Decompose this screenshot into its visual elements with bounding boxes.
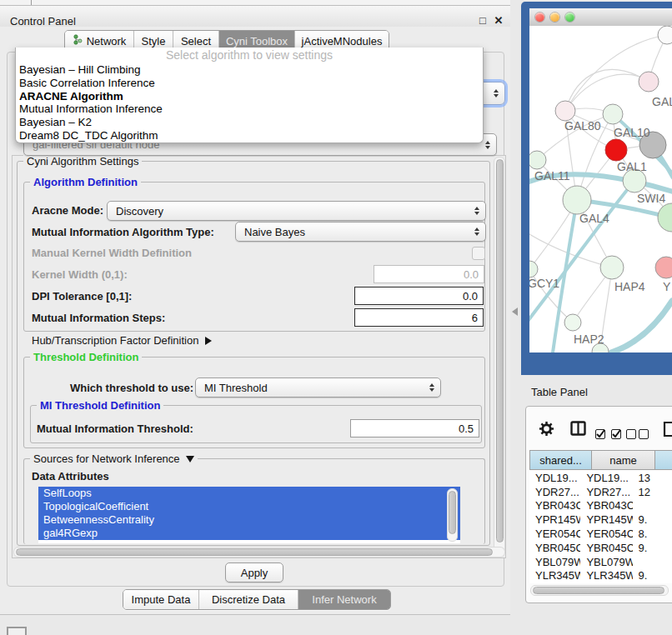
attributes-scrollbar[interactable] <box>447 488 458 542</box>
data-attribute-item[interactable]: TopologicalCoefficient <box>38 500 460 513</box>
tab-impute-data[interactable]: Impute Data <box>123 590 198 609</box>
collapsed-arrow-icon <box>205 337 212 345</box>
node-label: GAL1 <box>617 160 647 173</box>
network-node-gal-x[interactable] <box>639 72 659 92</box>
dpi-tolerance-field[interactable]: 0.0 <box>354 287 484 305</box>
tab-jactivemnodules-label: jActiveMNodules <box>302 35 383 48</box>
algorithm-option[interactable]: ARACNE Algorithm <box>16 90 483 103</box>
settings-vscrollbar-thumb[interactable] <box>496 159 504 542</box>
table-cell: YDR27... <box>529 486 580 498</box>
tab-discretize-data-label: Discretize Data <box>212 593 285 606</box>
table-row[interactable]: YBL079WYBL079W <box>529 555 672 569</box>
algorithm-option[interactable]: Bayesian – Hill Climbing <box>16 63 483 77</box>
zoom-traffic-light[interactable] <box>565 12 574 22</box>
collapsed-panel-icon[interactable] <box>7 627 27 635</box>
settings-vscrollbar[interactable] <box>494 157 505 557</box>
table-cell: 9. <box>633 542 672 554</box>
dpi-tolerance-label: DPI Tolerance [0,1]: <box>32 290 132 303</box>
select-all-columns-icon[interactable] <box>595 426 621 441</box>
table-row[interactable]: YPR145WYPR145W9. <box>529 512 672 527</box>
table-settings-gear-icon[interactable] <box>539 421 554 440</box>
table-row[interactable]: YER054CYER054C8. <box>529 527 672 541</box>
data-attributes-list[interactable]: SelfLoopsTopologicalCoefficientBetweenne… <box>38 487 460 543</box>
tab-cyni-toolbox-label: Cyni Toolbox <box>226 35 288 48</box>
minimize-traffic-light[interactable] <box>550 12 559 22</box>
control-panel-title: Control Panel <box>10 15 76 28</box>
data-attribute-item[interactable]: BetweennessCentrality <box>38 513 460 527</box>
data-attribute-item[interactable]: gal4RGexp <box>38 527 460 540</box>
mi-algorithm-type-select[interactable]: Naive Bayes <box>235 222 486 242</box>
algorithm-option[interactable]: Basic Correlation Inference <box>16 77 483 90</box>
attributes-scrollbar-thumb[interactable] <box>449 491 456 534</box>
apply-button[interactable]: Apply <box>225 562 283 582</box>
split-pane-collapse-arrow[interactable] <box>512 308 518 316</box>
mi-threshold-label: Mutual Information Threshold: <box>37 422 193 436</box>
network-tab-icon <box>73 34 83 48</box>
mi-steps-field[interactable]: 6 <box>354 308 484 327</box>
table-row[interactable]: YDR27...YDR27...12 <box>529 485 672 499</box>
algorithm-dropdown-popup: Select algorithm to view settings Bayesi… <box>15 48 484 143</box>
algorithm-option[interactable]: Bayesian – K2 <box>16 116 483 129</box>
tab-infer-network[interactable]: Infer Network <box>298 590 390 609</box>
column-split-icon[interactable] <box>570 421 586 439</box>
settings-hscrollbar[interactable] <box>13 547 505 558</box>
network-node-hap4[interactable] <box>600 256 624 279</box>
float-panel-icon[interactable]: □ <box>476 14 489 28</box>
aracne-mode-select[interactable]: Discovery <box>107 201 486 221</box>
algorithm-definition-title: Algorithm Definition <box>30 176 141 188</box>
hub-transcription-expander[interactable]: Hub/Transcription Factor Definition <box>32 334 212 347</box>
table-cell: 9. <box>633 513 672 526</box>
column-header-shared[interactable]: shared... <box>529 450 592 470</box>
tab-infer-network-label: Infer Network <box>312 593 376 606</box>
deselect-all-columns-icon[interactable] <box>626 426 649 441</box>
network-canvas[interactable]: GALGAL80GAL10GAL1GAL11SWI4GAL4GCY1HAP4YH… <box>529 26 672 352</box>
table-row[interactable]: YBR045CYBR045C9. <box>529 541 672 555</box>
export-table-icon[interactable] <box>663 421 672 441</box>
network-node-gal4[interactable] <box>563 186 591 214</box>
table-hscrollbar-thumb[interactable] <box>533 587 664 594</box>
which-threshold-select[interactable]: MI Threshold <box>195 378 441 398</box>
aracne-mode-value: Discovery <box>116 205 163 218</box>
algorithm-option[interactable]: Mutual Information Inference <box>16 102 483 116</box>
manual-kernel-width-label: Manual Kernel Width Definition <box>32 247 192 260</box>
column-header-name[interactable]: name <box>591 450 655 470</box>
network-node-biggreen[interactable] <box>658 203 672 232</box>
node-table[interactable]: YDL19...YDL19...13YDR27...YDR27...12YBR0… <box>529 471 672 583</box>
table-cell: YDL19... <box>529 472 580 484</box>
table-cell: YBR045C <box>529 542 580 554</box>
node-label: Y <box>663 280 671 293</box>
threshold-definition-title: Threshold Definition <box>30 351 142 363</box>
close-traffic-light[interactable] <box>535 12 544 22</box>
network-node-gal80[interactable] <box>555 101 575 121</box>
network-edge <box>611 301 672 352</box>
combo-arrows-icon <box>494 89 499 98</box>
tab-impute-data-label: Impute Data <box>132 593 191 606</box>
network-node-gal11[interactable] <box>529 151 546 169</box>
network-node-hap2[interactable] <box>564 314 581 331</box>
network-node-gcy1[interactable] <box>529 261 538 278</box>
network-node-gal10[interactable] <box>603 104 623 124</box>
expanded-arrow-icon <box>186 456 194 462</box>
network-window-titlebar[interactable] <box>529 8 672 27</box>
column-header-third[interactable]: A <box>654 450 672 470</box>
tab-discretize-data[interactable]: Discretize Data <box>198 590 298 609</box>
table-hscrollbar[interactable] <box>530 585 669 596</box>
table-cell: 13 <box>633 472 672 484</box>
mi-threshold-field[interactable]: 0.5 <box>350 419 479 438</box>
settings-hscrollbar-thumb[interactable] <box>16 548 493 556</box>
sources-expander[interactable]: Sources for Network Inference <box>30 452 198 465</box>
close-panel-icon[interactable]: ✕ <box>492 14 505 28</box>
algorithm-option[interactable]: Dream8 DC_TDC Algorithm <box>16 129 483 142</box>
top-notch-divider <box>31 0 32 5</box>
table-row[interactable]: YLR345WYLR345W9. <box>529 569 672 583</box>
table-row[interactable]: YBR043CYBR043C <box>529 499 672 513</box>
table-row[interactable]: YIL052CYIL052C9 <box>529 582 672 583</box>
data-attribute-item[interactable]: SelfLoops <box>38 487 460 500</box>
combo-arrows-icon <box>474 228 479 236</box>
table-cell: YDL19... <box>580 472 633 484</box>
table-row[interactable]: YDL19...YDL19...13 <box>529 471 672 485</box>
network-node-top[interactable] <box>658 26 672 44</box>
which-threshold-label: Which threshold to use: <box>70 382 193 395</box>
network-node-gal1[interactable] <box>605 139 627 161</box>
network-node-pinkR[interactable] <box>655 257 672 278</box>
